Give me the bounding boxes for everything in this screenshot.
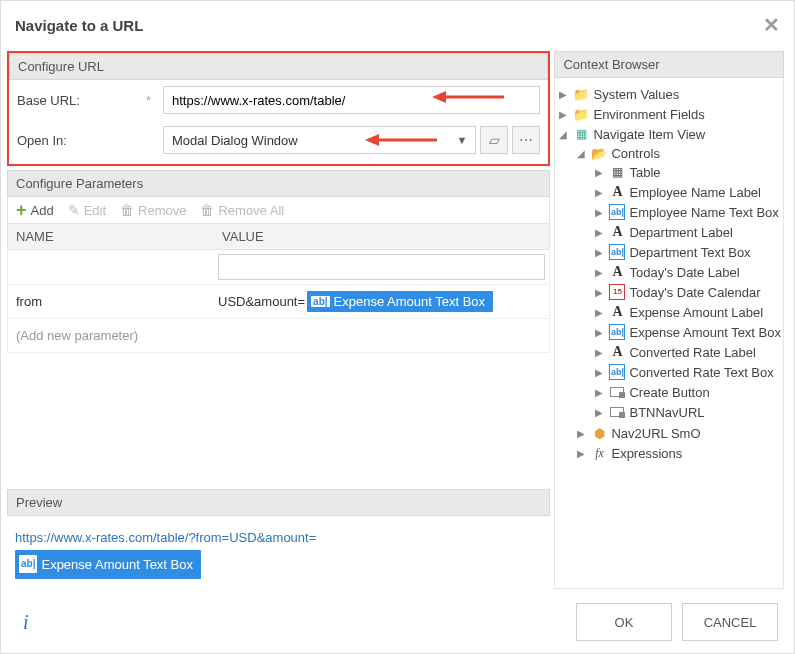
tree-node-control[interactable]: ▶15Today's Date Calendar	[593, 283, 781, 301]
expand-icon: ▶	[593, 347, 605, 358]
param-name-cell: from	[8, 288, 214, 315]
expand-icon: ▶	[593, 387, 605, 398]
param-row[interactable]	[7, 250, 550, 285]
table-icon: ▦	[609, 164, 625, 180]
fx-icon: fx	[591, 445, 607, 461]
remove-parameter-button: 🗑Remove	[120, 202, 186, 218]
collapse-icon: ◢	[575, 148, 587, 159]
tree-node-label: Today's Date Calendar	[629, 285, 760, 300]
preview-url-link[interactable]: https://www.x-rates.com/table/?from=USD&…	[15, 530, 316, 545]
tree-node-control[interactable]: ▶ab|Employee Name Text Box	[593, 203, 781, 221]
cancel-button[interactable]: CANCEL	[682, 603, 778, 641]
edit-parameter-button: ✎Edit	[68, 202, 106, 218]
param-value-text: USD&amount=	[218, 294, 305, 309]
chevron-down-icon: ▼	[457, 134, 468, 146]
textbox-icon: ab|	[609, 244, 625, 260]
configure-url-panel: Configure URL Base URL:* Open In: Modal …	[7, 51, 550, 166]
tree-node-label: Table	[629, 165, 660, 180]
eraser-icon: ▱	[489, 132, 500, 148]
tree-node-control[interactable]: ▶AConverted Rate Label	[593, 343, 781, 361]
base-url-input[interactable]	[163, 86, 540, 114]
open-in-select[interactable]: Modal Dialog Window ▼	[163, 126, 476, 154]
smartobject-icon: ⬢	[591, 425, 607, 441]
tree-node-navigate-item-view[interactable]: ◢▦Navigate Item View	[557, 125, 781, 143]
button-icon	[609, 384, 625, 400]
label-icon: A	[609, 344, 625, 360]
expand-icon: ▶	[593, 327, 605, 338]
base-url-label: Base URL:*	[17, 93, 157, 108]
tree-node-control[interactable]: ▶BTNNavURL	[593, 403, 781, 421]
configure-parameters-header: Configure Parameters	[7, 170, 550, 197]
tree-node-label: BTNNavURL	[629, 405, 704, 420]
trash-icon: 🗑	[120, 202, 134, 218]
label-icon: A	[609, 184, 625, 200]
textbox-icon: ab|	[19, 555, 37, 573]
tree-node-label: Converted Rate Text Box	[629, 365, 773, 380]
ok-button[interactable]: OK	[576, 603, 672, 641]
open-in-label: Open In:	[17, 133, 157, 148]
add-new-row[interactable]: (Add new parameter)	[7, 319, 550, 353]
configure-parameters-panel: Configure Parameters +Add ✎Edit 🗑Remove …	[7, 170, 550, 353]
ellipsis-icon: ⋯	[519, 132, 533, 148]
folder-icon: 📁	[573, 106, 589, 122]
folder-open-icon: 📂	[591, 145, 607, 161]
tree-node-control[interactable]: ▶ab|Department Text Box	[593, 243, 781, 261]
expand-icon: ▶	[593, 227, 605, 238]
close-icon[interactable]: ✕	[763, 13, 780, 37]
tree-node-environment-fields[interactable]: ▶📁Environment Fields	[557, 105, 781, 123]
tree-node-control[interactable]: ▶ab|Expense Amount Text Box	[593, 323, 781, 341]
expand-icon: ▶	[557, 109, 569, 120]
tree-node-nav2url-smo[interactable]: ▶⬢Nav2URL SmO	[575, 424, 781, 442]
folder-icon: 📁	[573, 86, 589, 102]
tree-node-expressions[interactable]: ▶fxExpressions	[575, 444, 781, 462]
tree-node-control[interactable]: ▶AToday's Date Label	[593, 263, 781, 281]
tree-node-controls[interactable]: ◢📂Controls	[575, 144, 781, 162]
button-icon	[609, 404, 625, 420]
expand-icon: ▶	[593, 307, 605, 318]
tree-node-control[interactable]: ▶ab|Converted Rate Text Box	[593, 363, 781, 381]
context-browser-tree: ▶📁System Values ▶📁Environment Fields ◢▦N…	[554, 78, 784, 589]
tree-node-label: Converted Rate Label	[629, 345, 755, 360]
expand-icon: ▶	[593, 207, 605, 218]
context-browser-header: Context Browser	[554, 51, 784, 78]
info-icon[interactable]: i	[17, 611, 29, 634]
calendar-icon: 15	[609, 284, 625, 300]
expand-icon: ▶	[593, 367, 605, 378]
annotation-arrow-icon	[365, 131, 439, 149]
param-value-input[interactable]	[218, 254, 545, 280]
expand-icon: ▶	[593, 407, 605, 418]
tree-node-control[interactable]: ▶Create Button	[593, 383, 781, 401]
clear-button[interactable]: ▱	[480, 126, 508, 154]
expand-icon: ▶	[593, 247, 605, 258]
smartfield-token[interactable]: ab| Expense Amount Text Box	[15, 550, 201, 579]
form-icon: ▦	[573, 126, 589, 142]
tree-node-control[interactable]: ▶▦Table	[593, 163, 781, 181]
remove-all-button: 🗑Remove All	[200, 202, 284, 218]
label-icon: A	[609, 304, 625, 320]
preview-panel: Preview https://www.x-rates.com/table/?f…	[7, 489, 550, 589]
smartfield-token[interactable]: ab| Expense Amount Text Box	[307, 291, 493, 312]
tree-node-control[interactable]: ▶AExpense Amount Label	[593, 303, 781, 321]
required-star-icon: *	[146, 93, 151, 108]
tree-node-label: Expense Amount Text Box	[629, 325, 781, 340]
label-icon: A	[609, 264, 625, 280]
plus-icon: +	[16, 203, 27, 217]
configure-url-header: Configure URL	[9, 53, 548, 80]
expand-icon: ▶	[575, 428, 587, 439]
trash-x-icon: 🗑	[200, 202, 214, 218]
textbox-icon: ab|	[609, 324, 625, 340]
param-row[interactable]: from USD&amount= ab| Expense Amount Text…	[7, 285, 550, 319]
expand-icon: ▶	[593, 167, 605, 178]
add-parameter-button[interactable]: +Add	[16, 203, 54, 218]
tree-node-label: Department Text Box	[629, 245, 750, 260]
tree-node-label: Expense Amount Label	[629, 305, 763, 320]
tree-node-system-values[interactable]: ▶📁System Values	[557, 85, 781, 103]
tree-node-label: Employee Name Label	[629, 185, 761, 200]
dialog-title: Navigate to a URL	[15, 17, 143, 34]
textbox-icon: ab|	[609, 364, 625, 380]
tree-node-control[interactable]: ▶AEmployee Name Label	[593, 183, 781, 201]
more-button[interactable]: ⋯	[512, 126, 540, 154]
expand-icon: ▶	[593, 187, 605, 198]
param-name-cell	[8, 261, 214, 273]
tree-node-control[interactable]: ▶ADepartment Label	[593, 223, 781, 241]
